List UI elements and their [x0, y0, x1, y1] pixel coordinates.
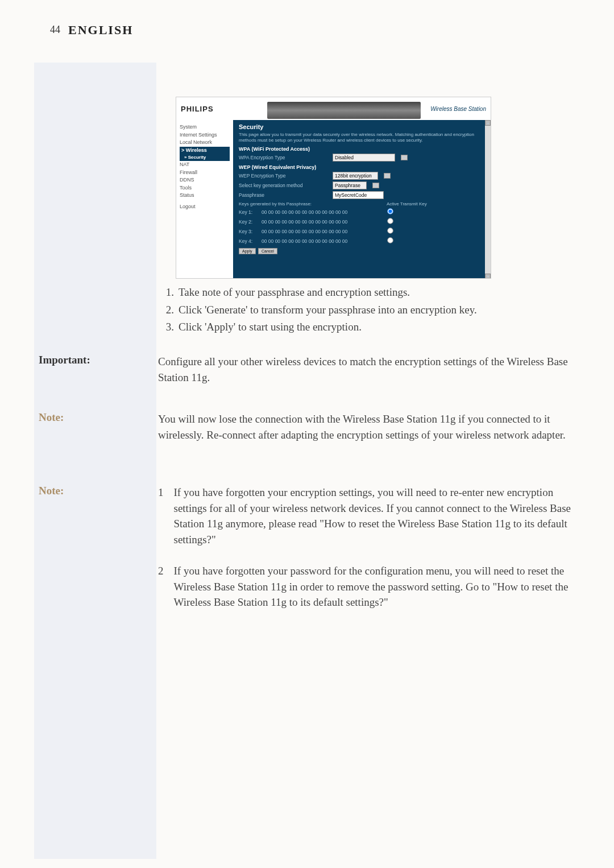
cancel-button[interactable]: Cancel — [258, 248, 277, 254]
admin-nav-sidebar: System Internet Settings Local Network >… — [176, 120, 233, 279]
note2-item2-num: 2 — [158, 563, 174, 610]
note-1-label: Note: — [39, 411, 64, 424]
note2-item1-text: If you have forgotten your encryption se… — [174, 485, 588, 547]
key-row-3: Key 3: 00 00 00 00 00 00 00 00 00 00 00 … — [239, 227, 485, 235]
key-3-radio[interactable] — [387, 228, 393, 233]
nav-item-logout[interactable]: Logout — [180, 203, 230, 211]
important-text: Configure all your other wireless device… — [158, 354, 582, 385]
key-4-value: 00 00 00 00 00 00 00 00 00 00 00 00 00 — [262, 238, 387, 244]
step-3-text: Click 'Apply' to start using the encrypt… — [179, 319, 477, 336]
key-row-1: Key 1: 00 00 00 00 00 00 00 00 00 00 00 … — [239, 208, 485, 216]
nav-item-local[interactable]: Local Network — [180, 139, 230, 147]
scrollbar[interactable]: ▴ ▾ — [485, 120, 491, 279]
left-color-bar — [34, 63, 156, 859]
step-1-num: 1. — [159, 284, 177, 301]
nav-item-system[interactable]: System — [180, 123, 230, 131]
step-1-text: Take note of your passphrase and encrypt… — [179, 284, 477, 301]
note2-item2-text: If you have forgotten your password for … — [174, 563, 588, 610]
passphrase-label: Passphrase — [239, 192, 327, 198]
key-1-label: Key 1: — [239, 209, 262, 215]
wpa-type-label: WPA Encryption Type — [239, 155, 327, 160]
key-4-radio[interactable] — [387, 237, 393, 243]
chevron-down-icon[interactable]: ▾ — [372, 183, 379, 188]
key-2-radio[interactable] — [387, 218, 393, 224]
chevron-down-icon[interactable]: ▾ — [384, 173, 391, 179]
chevron-down-icon[interactable]: ▾ — [401, 155, 408, 160]
nav-item-internet[interactable]: Internet Settings — [180, 131, 230, 139]
key-1-radio[interactable] — [387, 208, 393, 214]
key-3-label: Key 3: — [239, 229, 262, 234]
key-2-label: Key 2: — [239, 219, 262, 225]
admin-main-panel: Security This page allow you to transmit… — [233, 120, 491, 279]
key-1-value: 00 00 00 00 00 00 00 00 00 00 00 00 00 — [262, 209, 387, 215]
wep-type-label: WEP Encryption Type — [239, 173, 327, 179]
key-2-value: 00 00 00 00 00 00 00 00 00 00 00 00 00 — [262, 219, 387, 225]
note2-item1-num: 1 — [158, 485, 174, 547]
header-banner-image — [267, 102, 421, 119]
important-label: Important: — [39, 354, 90, 366]
key-row-2: Key 2: 00 00 00 00 00 00 00 00 00 00 00 … — [239, 217, 485, 226]
nav-item-nat[interactable]: NAT — [180, 161, 230, 169]
security-description: This page allow you to transmit your dat… — [239, 132, 485, 143]
key-3-value: 00 00 00 00 00 00 00 00 00 00 00 00 00 — [262, 229, 387, 234]
wpa-heading: WPA (WiFi Protected Access) — [239, 146, 485, 152]
page-title: ENGLISH — [68, 23, 133, 38]
product-tagline: Wireless Base Station — [430, 106, 486, 112]
step-2-num: 2. — [159, 302, 177, 319]
router-admin-screenshot: PHILIPS Wireless Base Station System Int… — [176, 97, 491, 279]
key-row-4: Key 4: 00 00 00 00 00 00 00 00 00 00 00 … — [239, 237, 485, 245]
key-4-label: Key 4: — [239, 238, 262, 244]
wep-heading: WEP (Wired Equivalent Privacy) — [239, 164, 485, 170]
nav-sub-security[interactable]: » Security — [180, 154, 230, 161]
keygen-method-select[interactable]: Passphrase — [333, 181, 367, 189]
nav-item-wireless[interactable]: > Wireless — [180, 147, 230, 155]
nav-item-tools[interactable]: Tools — [180, 184, 230, 192]
apply-button[interactable]: Apply — [239, 248, 256, 254]
keygen-method-label: Select key generation method — [239, 183, 327, 188]
active-transmit-key-label: Active Transmit Key — [387, 201, 427, 206]
keys-generated-label: Keys generated by this Passphrase: — [239, 201, 387, 206]
note-2-list: 1If you have forgotten your encryption s… — [158, 485, 587, 610]
scroll-down-icon[interactable]: ▾ — [485, 274, 491, 279]
note-1-text: You will now lose the connection with th… — [158, 411, 586, 443]
instructions-list: 1.Take note of your passphrase and encry… — [158, 283, 478, 337]
nav-item-status[interactable]: Status — [180, 192, 230, 200]
security-heading: Security — [239, 123, 485, 130]
passphrase-input[interactable]: MySecretCode — [333, 191, 384, 199]
wep-type-select[interactable]: 128bit encryption — [333, 172, 378, 180]
step-3-num: 3. — [159, 319, 177, 336]
wpa-type-select[interactable]: Disabled — [333, 154, 395, 162]
note-2-label: Note: — [39, 485, 64, 497]
nav-item-firewall[interactable]: Firewall — [180, 169, 230, 177]
page-number: 44 — [50, 24, 60, 36]
brand-logo: PHILIPS — [181, 105, 214, 113]
nav-item-ddns[interactable]: DDNS — [180, 176, 230, 184]
scroll-up-icon[interactable]: ▴ — [485, 120, 491, 126]
step-2-text: Click 'Generate' to transform your passp… — [179, 302, 477, 319]
